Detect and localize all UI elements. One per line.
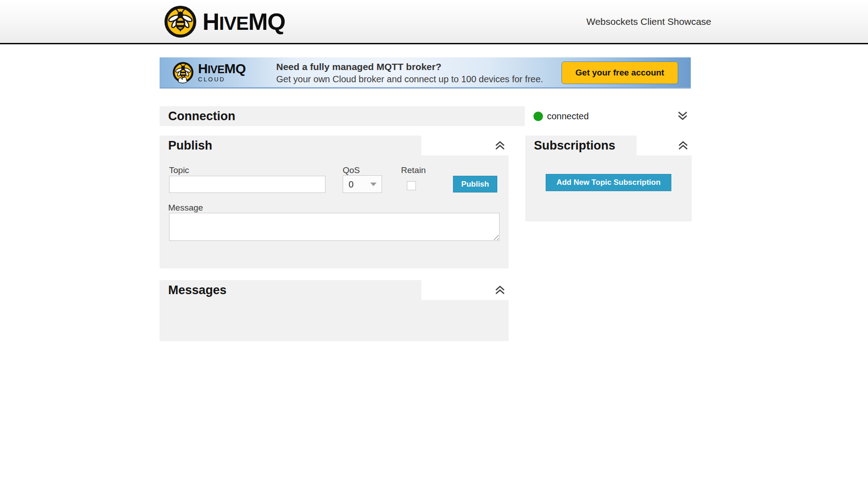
- cloud-shape: [178, 77, 187, 83]
- hivemq-cloud-wordmark: HIVEMQ: [198, 62, 246, 75]
- topic-input[interactable]: [169, 176, 326, 193]
- messages-header-bar: Messages: [160, 280, 421, 300]
- connection-title: Connection: [160, 106, 525, 126]
- status-dot: [533, 112, 543, 121]
- chevron-double-up-icon: [494, 284, 506, 296]
- messages-collapse-button[interactable]: [494, 284, 506, 296]
- chevron-double-up-icon: [494, 139, 506, 152]
- publish-title: Publish: [160, 136, 421, 155]
- publish-button[interactable]: Publish: [453, 176, 497, 192]
- hivemq-wordmark: HIVEMQ: [203, 10, 285, 33]
- hivemq-logo[interactable]: HIVEMQ: [164, 4, 285, 40]
- site-header: HIVEMQ Websockets Client Showcase: [0, 0, 868, 44]
- add-subscription-button[interactable]: Add New Topic Subscription: [546, 174, 671, 191]
- cloud-promo-banner: HIVEMQ CLOUD Need a fully managed MQTT b…: [160, 57, 691, 89]
- topic-label: Topic: [169, 165, 189, 175]
- page: HIVEMQ Websockets Client Showcase: [0, 0, 868, 488]
- promo-headline: Need a fully managed MQTT broker?: [276, 61, 543, 73]
- subscriptions-panel-body: Add New Topic Subscription: [525, 155, 692, 221]
- cloud-bee-icon: [172, 61, 194, 84]
- retain-checkbox[interactable]: [407, 181, 416, 190]
- retain-label: Retain: [401, 165, 426, 175]
- subscriptions-collapse-button[interactable]: [677, 139, 689, 152]
- subscriptions-header-bar: Subscriptions: [525, 136, 637, 155]
- connection-status: connected: [533, 106, 589, 126]
- cloud-label: CLOUD: [198, 76, 246, 83]
- subscriptions-title: Subscriptions: [525, 136, 637, 155]
- message-textarea[interactable]: [169, 213, 500, 241]
- messages-title: Messages: [160, 280, 421, 300]
- chevron-double-down-icon: [676, 110, 689, 122]
- message-label: Message: [168, 203, 203, 213]
- qos-label: QoS: [343, 165, 360, 175]
- publish-header-bar: Publish: [160, 136, 421, 155]
- chevron-double-up-icon: [677, 139, 689, 152]
- connection-expand-button[interactable]: [676, 110, 689, 122]
- publish-collapse-button[interactable]: [494, 139, 506, 152]
- bee-logo-icon: [164, 4, 197, 39]
- connection-header-bar: Connection: [160, 106, 525, 126]
- publish-panel-body: Topic QoS 0 Retain Publish Message: [160, 155, 509, 268]
- messages-panel-body: [160, 300, 509, 341]
- get-free-account-button[interactable]: Get your free account: [561, 61, 678, 84]
- promo-subtext: Get your own Cloud broker and connect up…: [276, 73, 543, 85]
- status-label: connected: [547, 111, 589, 122]
- page-title: Websockets Client Showcase: [586, 16, 711, 27]
- hivemq-cloud-logo: HIVEMQ CLOUD: [172, 61, 246, 84]
- qos-select[interactable]: 0: [343, 175, 382, 193]
